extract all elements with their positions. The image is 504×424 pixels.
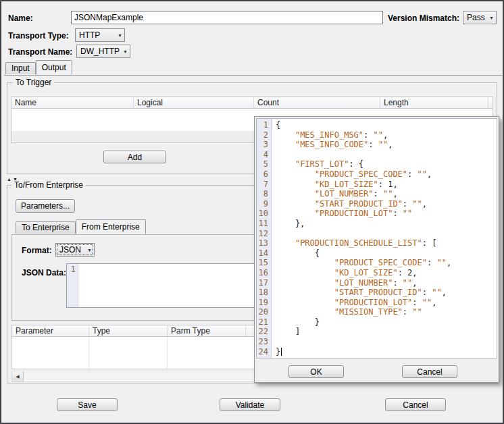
line-number: 12 [257,229,268,239]
code-line[interactable]: "PRODUCTION_LOT": "", [276,298,497,308]
line-number: 22 [257,327,268,337]
transport-name-label: Transport Name: [8,47,72,57]
line-number: 13 [257,238,268,248]
code-line[interactable]: "START_PRODUCT_ID": "", [276,199,497,209]
code-line[interactable]: "MES_INFO_CODE": "", [276,140,497,150]
popup-editor-code[interactable]: { "MES_INFO_MSG": "", "MES_INFO_CODE": "… [272,119,497,358]
code-line[interactable] [276,150,497,160]
column-header-filler [488,97,493,108]
dropdown-arrow-icon: ▼ [118,33,122,38]
code-line[interactable]: "KD_LOT_SIZE": 1, [276,180,497,190]
scroll-left-button[interactable]: ◀ [12,371,24,381]
tab-input[interactable]: Input [5,62,36,74]
column-header-logical[interactable]: Logical [134,97,254,108]
line-number: 7 [257,180,268,190]
line-number: 8 [257,189,268,199]
code-line[interactable] [276,229,497,239]
enterprise-title: To/From Enterprise [11,180,86,190]
popup-cancel-button[interactable]: Cancel [402,365,457,378]
code-line[interactable]: "PRODUCT_SPEC_CODE": "", [276,169,497,180]
line-number: 1 [67,265,76,274]
code-line[interactable]: { [276,248,497,259]
tab-output[interactable]: Output [36,60,72,75]
json-data-gutter: 1 [67,264,78,307]
column-header-count[interactable]: Count [254,97,380,108]
ok-button[interactable]: OK [288,365,344,378]
dropdown-arrow-icon: ▼ [123,49,128,54]
transport-name-value: DW_HTTP [80,47,120,56]
line-number: 20 [257,307,268,317]
code-line[interactable]: "PRODUCTION_SCHEDULE_LIST": [ [276,238,497,248]
save-button[interactable]: Save [57,398,118,411]
popup-editor-gutter: 123456789101112131415161718192021222324 [257,119,272,358]
transport-name-combo[interactable]: DW_HTTP ▼ [76,45,130,58]
tab-to-enterprise[interactable]: To Enterprise [16,221,76,234]
line-number: 16 [257,268,268,278]
tab-from-enterprise[interactable]: From Enterprise [76,219,146,234]
format-combo[interactable]: JSON ▼ [55,243,95,257]
dropdown-arrow-icon: ▼ [489,16,494,20]
code-line[interactable]: }, [276,219,497,229]
code-line[interactable]: "LOT_NUMBER": "", [276,278,497,288]
line-number: 21 [257,317,268,327]
line-number: 4 [257,150,268,160]
parameters-button[interactable]: Parameters... [16,199,75,213]
line-number: 6 [257,169,268,180]
code-line[interactable]: "PRODUCTION_LOT": "" [276,209,497,219]
line-number: 10 [257,209,268,219]
dropdown-arrow-icon: ▼ [87,248,92,253]
name-input[interactable] [71,11,383,24]
code-line[interactable]: "FIRST_LOT": { [276,159,497,169]
grid-line [89,337,89,369]
line-number: 14 [257,248,268,259]
validate-button[interactable]: Validate [220,398,280,411]
json-editor-popup: 123456789101112131415161718192021222324 … [254,116,499,383]
line-number: 19 [257,298,268,308]
line-number: 3 [257,140,268,150]
enterprise-tabs: To Enterprise From Enterprise [16,219,146,234]
code-line[interactable] [276,337,497,347]
code-line[interactable]: "PRODUCT_SPEC_CODE": "", [276,258,497,268]
code-line[interactable]: "MISSION_TYPE": "" [276,307,497,317]
column-header-parm-type[interactable]: Parm Type [168,325,246,336]
code-line[interactable]: "START_PRODUCT_ID": "", [276,288,497,298]
column-header-parameter[interactable]: Parameter [12,325,89,336]
code-line[interactable]: "MES_INFO_MSG": "", [276,130,497,140]
line-number: 18 [257,288,268,298]
transport-type-combo[interactable]: HTTP ▼ [75,28,125,42]
version-mismatch-value: Pass [467,13,485,22]
dialog-window: Name: Version Mismatch: Pass ▼ Transport… [0,0,504,424]
column-header-name[interactable]: Name [11,97,134,108]
code-line[interactable]: } [276,317,497,327]
text-cursor [281,348,282,356]
line-number: 9 [257,199,268,209]
code-line[interactable]: } [276,347,497,357]
code-line[interactable]: "LOT_NUMBER": "", [276,189,497,199]
json-data-label: JSON Data: [22,268,66,277]
line-number: 5 [257,159,268,169]
column-header-length[interactable]: Length [380,97,488,108]
format-value: JSON [59,245,81,255]
code-line[interactable]: ] [276,327,497,337]
line-number: 23 [257,337,268,347]
line-number: 24 [257,347,268,357]
transport-type-value: HTTP [79,30,100,40]
column-header-type[interactable]: Type [89,325,168,336]
line-number: 17 [257,278,268,288]
line-number: 11 [257,219,268,229]
io-tabs: Input Output [5,60,72,74]
version-mismatch-label: Version Mismatch: [388,14,459,23]
line-number: 2 [257,130,268,140]
format-label: Format: [22,246,52,255]
to-trigger-title: To Trigger [13,78,54,87]
line-number: 15 [257,258,268,268]
code-line[interactable]: "KD_LOT_SIZE": 2, [276,268,497,278]
grid-line [167,337,168,369]
transport-type-label: Transport Type: [8,31,69,41]
code-line[interactable]: { [276,120,497,130]
scroll-left-icon: ◀ [16,374,19,379]
version-mismatch-combo[interactable]: Pass ▼ [463,11,497,24]
add-button[interactable]: Add [103,151,166,163]
line-number: 1 [257,120,268,130]
cancel-button[interactable]: Cancel [385,398,446,411]
